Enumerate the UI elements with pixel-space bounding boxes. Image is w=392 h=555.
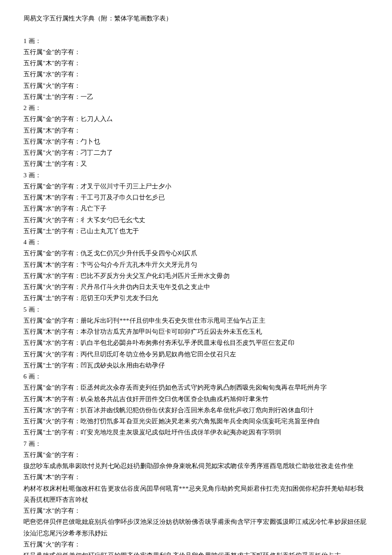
content-line: 五行属"金"的字有：仇乏戈仁仍冗少升什氏手殳四兮心刈仄爪 <box>23 248 369 259</box>
content-line: 五行属"木"的字有：朳朵尬各共乩吉伎奸开囝件交臼伉考匡夼企犰曲戎朽旭仰吁聿朱竹 <box>23 393 369 405</box>
content-line: 犴呈辵呔甙但低弟佃甸玎疔盯豆妒囤吝伶牢李里利良吝伶吕卵免男呐佞弄努求志忑町廷佟彤… <box>23 550 369 555</box>
content-line: 五行属"木"的字有：干工弓丌及孑巾久口廿乞彡已 <box>23 192 369 203</box>
content-line: 五行属"火"的字有：刁丁二力了 <box>23 147 369 158</box>
content-line: 五行属"金"的字有：册叱斥出叼刊***仟且仞申生失石史矢世仕市示甩司玊仙乍占正主 <box>23 315 369 326</box>
content-line: 五行属"水"的字有： <box>23 69 369 80</box>
content-line: 五行属"木"的字有： <box>23 125 369 136</box>
content-line: 五行属"木"的字有：卞丐公勾介今斤亢孔木牛亓欠犬牙元月匀 <box>23 259 369 270</box>
content-line: 五行属"金"的字有： <box>23 449 369 460</box>
content-line: 五行属"水"的字有： <box>23 505 369 516</box>
document-root: 周易文字五行属性大字典（附：繁体字笔画数字表）1 画：五行属"金"的字有：五行属… <box>23 13 369 555</box>
document-title: 周易文字五行属性大字典（附：繁体字笔画数字表） <box>23 13 369 24</box>
content-line: 吧夿弝伴贝伻皀佊吡妣庇别兵伯孛吥步汊池呆泛汾妨彷吠吩佛否呋孚甫汞佝含罕汗亨宏囫弧… <box>23 516 369 539</box>
content-line: 五行属"金"的字有：才叉亍巛川寸千刃三上尸士夕小 <box>23 181 369 192</box>
content-line: 五行属"水"的字有：扒百冰并凼伐帆氾犯仿份缶伏亥好合冱回米糸名牟仳牝乒收汀危向刑… <box>23 405 369 416</box>
content-line: 五行属"木"的字有： <box>23 58 369 69</box>
content-line: 五行属"土"的字有：厄切王卬夭尹引尤友予曰允 <box>23 292 369 304</box>
content-line: 五行属"水"的字有：凡亡下子 <box>23 203 369 214</box>
content-line: 五行属"土"的字有：吖安充地圪艮圭灰圾岌圮戍似吐圩仵伍戌伢羊伊衣屺夷亦屹因有字羽… <box>23 427 369 438</box>
section-label: 7 画： <box>23 438 369 449</box>
section-label: 2 画： <box>23 102 369 113</box>
section-label: 3 画： <box>23 170 369 181</box>
content-line: 五行属"火"的字有： <box>23 539 369 550</box>
section-label: 5 画： <box>23 304 369 315</box>
section-label: 6 画： <box>23 371 369 382</box>
content-line: 五行属"木"的字有： <box>23 471 369 483</box>
section-label: 1 画： <box>23 35 369 46</box>
content-line: 五行属"金"的字有：匕刀人入厶 <box>23 113 369 124</box>
content-line: 五行属"火"的字有：彳大孓女勺巳乇幺弋丈 <box>23 214 369 225</box>
content-line: 五行属"木"的字有：本尕甘功古瓜宄卉加甲叫句巨卡可叩卯疒巧丘囚去外未五仡玉札 <box>23 326 369 337</box>
content-line: 五行属"土"的字有：己山土丸兀丫也尢于 <box>23 225 369 237</box>
content-line: 杓材岑杈床村杜呃伽改杆杠告更攻估谷庋呙囯旱何吼肓***忌夹见角疖劫妗究局姖君佧扛… <box>23 483 369 506</box>
content-line: 五行属"土"的字有：凹瓦戊矽央以永用由右幼孕仔 <box>23 360 369 371</box>
content-line: 五行属"火"的字有： <box>23 80 369 91</box>
content-line: 五行属"水"的字有：巴比不歹反方分夫父互户化幻毛爿匹片壬卅水文毋勿 <box>23 270 369 281</box>
content-line: 五行属"水"的字有：勹卜乜 <box>23 136 369 147</box>
section-label: 4 画： <box>23 237 369 248</box>
content-line: 五行属"金"的字有： <box>23 46 369 58</box>
content-line: 五行属"火"的字有：吃弛打忉氘多耳旮亘光尖匠她决旯老耒劣六角氖囡年兵全肉同氽佤妄… <box>23 416 369 427</box>
content-line: 五行属"土"的字有：一乙 <box>23 91 369 102</box>
content-line: 五行属"水"的字有：叭白半包北必閟弁卟布匆弗付夯禾弘乎矛民皿末母仫目丕皮氕平叵仨… <box>23 337 369 348</box>
content-line: 五行属"金"的字有：臣丞舛此次汆存丢而吏列任扔如色舌式守妁死寺夙凸刎西吸先囟匈旬… <box>23 382 369 393</box>
content-line: 五行属"火"的字有：尺丹吊仃斗火井仂内日太天屯午爻仉之支止中 <box>23 281 369 292</box>
content-line: 五行属"火"的字有：丙代旦叨氐叮冬叻立伧令另奶尼奴冉他它田仝仗召只左 <box>23 349 369 360</box>
content-line: 扱岔吵车成赤氚串囱吹忖兑判七吣忍妊礽删劭卲佘伸身束吮私伺兕姒宋忒吻伭辛秀序巡酉皂… <box>23 460 369 471</box>
blank-line <box>23 24 369 35</box>
content-line: 五行属"土"的字有：又 <box>23 158 369 169</box>
